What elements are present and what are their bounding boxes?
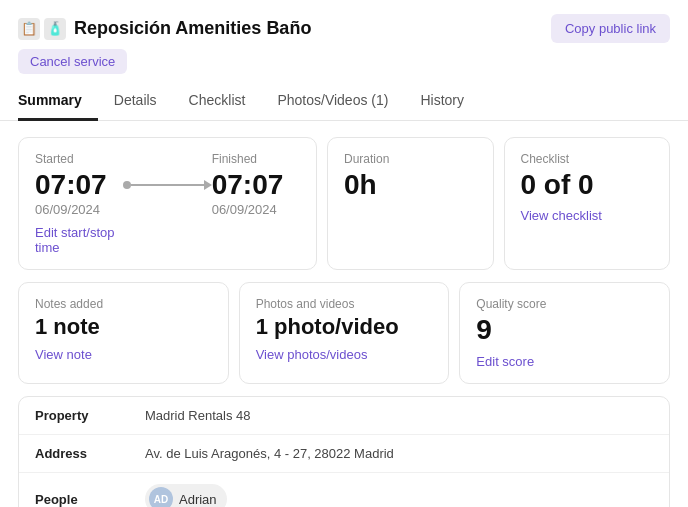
photos-value: 1 photo/video — [256, 315, 433, 339]
started-label: Started — [35, 152, 123, 166]
property-val: Madrid Rentals 48 — [145, 408, 251, 423]
checklist-card: Checklist 0 of 0 View checklist — [504, 137, 671, 271]
view-checklist-link[interactable]: View checklist — [521, 208, 654, 223]
notes-value: 1 note — [35, 315, 212, 339]
cancel-service-button[interactable]: Cancel service — [18, 49, 127, 74]
tab-photos-videos[interactable]: Photos/Videos (1) — [261, 84, 404, 121]
time-card: Started 07:07 06/09/2024 Edit start/stop… — [18, 137, 317, 271]
tab-details[interactable]: Details — [98, 84, 173, 121]
time-arrow — [123, 152, 211, 190]
tab-history[interactable]: History — [404, 84, 480, 121]
amenities-icon: 🧴 — [44, 18, 66, 40]
address-key: Address — [35, 446, 145, 461]
address-row: Address Av. de Luis Aragonés, 4 - 27, 28… — [19, 435, 669, 473]
photos-card: Photos and videos 1 photo/video View pho… — [239, 282, 450, 384]
clipboard-icon: 📋 — [18, 18, 40, 40]
duration-value: 0h — [344, 170, 477, 201]
quality-value: 9 — [476, 315, 653, 346]
person-chip: AD Adrian — [145, 484, 227, 507]
header-icons: 📋 🧴 — [18, 18, 66, 40]
view-note-link[interactable]: View note — [35, 347, 212, 362]
header-left: 📋 🧴 Reposición Amenities Baño — [18, 18, 311, 40]
finished-section: Finished 07:07 06/09/2024 — [212, 152, 300, 218]
people-key: People — [35, 492, 145, 507]
edit-score-link[interactable]: Edit score — [476, 354, 653, 369]
quality-label: Quality score — [476, 297, 653, 311]
person-name: Adrian — [179, 492, 217, 507]
arrow-dot — [123, 181, 131, 189]
page-title: Reposición Amenities Baño — [74, 18, 311, 39]
view-photos-link[interactable]: View photos/videos — [256, 347, 433, 362]
finished-time: 07:07 — [212, 170, 300, 201]
people-row: People AD Adrian — [19, 473, 669, 507]
copy-public-link-button[interactable]: Copy public link — [551, 14, 670, 43]
info-table: Property Madrid Rentals 48 Address Av. d… — [18, 396, 670, 507]
middle-cards-row: Notes added 1 note View note Photos and … — [18, 282, 670, 384]
checklist-label: Checklist — [521, 152, 654, 166]
arrow-line — [131, 184, 203, 186]
tab-summary[interactable]: Summary — [18, 84, 98, 121]
duration-card: Duration 0h — [327, 137, 494, 271]
checklist-value: 0 of 0 — [521, 170, 654, 201]
main-content: Started 07:07 06/09/2024 Edit start/stop… — [0, 121, 688, 508]
duration-label: Duration — [344, 152, 477, 166]
finished-date: 06/09/2024 — [212, 202, 300, 217]
tab-checklist[interactable]: Checklist — [173, 84, 262, 121]
edit-start-stop-link[interactable]: Edit start/stop time — [35, 225, 123, 255]
started-section: Started 07:07 06/09/2024 Edit start/stop… — [35, 152, 123, 256]
notes-card: Notes added 1 note View note — [18, 282, 229, 384]
property-key: Property — [35, 408, 145, 423]
finished-label: Finished — [212, 152, 300, 166]
quality-card: Quality score 9 Edit score — [459, 282, 670, 384]
arrow-head — [204, 180, 212, 190]
tabs-bar: Summary Details Checklist Photos/Videos … — [0, 84, 688, 121]
top-cards-row: Started 07:07 06/09/2024 Edit start/stop… — [18, 137, 670, 271]
avatar: AD — [149, 487, 173, 507]
subheader: Cancel service — [0, 49, 688, 74]
photos-label: Photos and videos — [256, 297, 433, 311]
property-row: Property Madrid Rentals 48 — [19, 397, 669, 435]
people-val: AD Adrian — [145, 484, 227, 507]
address-val: Av. de Luis Aragonés, 4 - 27, 28022 Madr… — [145, 446, 394, 461]
notes-label: Notes added — [35, 297, 212, 311]
started-date: 06/09/2024 — [35, 202, 123, 217]
started-time: 07:07 — [35, 170, 123, 201]
